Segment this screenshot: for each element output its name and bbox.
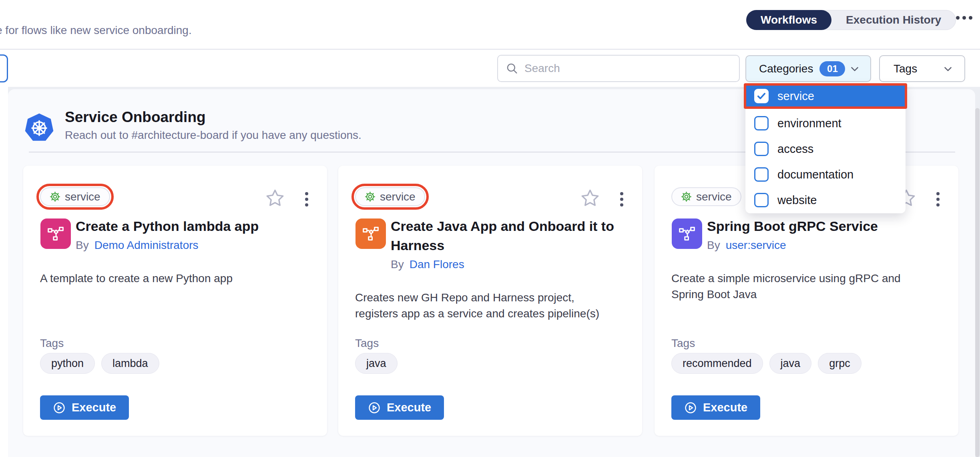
checkbox-unchecked[interactable] (754, 142, 769, 156)
gear-icon (681, 191, 692, 202)
header-divider (0, 49, 980, 50)
workflow-icon-tile (355, 218, 386, 249)
tag-pill[interactable]: java (355, 353, 398, 374)
vertical-scrollbar[interactable] (975, 108, 980, 457)
workflow-card-python-lambda: service Create a Python lambda app By De… (23, 166, 327, 436)
categories-dropdown: service environment access documentation… (745, 84, 906, 213)
option-label: access (777, 142, 813, 156)
chevron-down-icon (849, 63, 861, 75)
tag-pill-row: java (355, 353, 398, 374)
card-description: Creates new GH Repo and Harness project,… (355, 290, 603, 322)
option-label: service (777, 90, 814, 103)
tags-label: Tags (894, 62, 917, 75)
card-menu-icon[interactable] (935, 190, 941, 208)
play-circle-icon (53, 401, 66, 414)
checkbox-unchecked[interactable] (754, 116, 769, 130)
author-link[interactable]: user:service (726, 239, 786, 252)
by-label: By (707, 239, 720, 252)
author-link[interactable]: Demo Administrators (94, 239, 199, 252)
tag-pill-row: recommended java grpc (671, 353, 862, 374)
more-options-icon[interactable] (956, 16, 972, 20)
by-line: By user:service (707, 239, 947, 252)
card-menu-icon[interactable] (303, 190, 310, 208)
dropdown-option-environment[interactable]: environment (745, 110, 906, 136)
cut-off-button[interactable] (0, 54, 8, 82)
search-box (497, 55, 740, 82)
card-description: Create a simple microservice using gRPC … (671, 271, 920, 303)
dropdown-option-service[interactable]: service (745, 84, 906, 108)
gear-icon (50, 191, 60, 202)
play-circle-icon (684, 401, 697, 414)
categories-filter-button[interactable]: Categories 01 (745, 55, 871, 82)
card-title: Create a Python lambda app (76, 216, 316, 236)
tab-execution-history[interactable]: Execution History (831, 10, 956, 30)
category-chip-wrap: service (40, 187, 110, 206)
view-toggle: Workflows Execution History (746, 10, 956, 30)
tag-pill[interactable]: grpc (818, 353, 862, 374)
card-menu-icon[interactable] (619, 190, 625, 208)
categories-label: Categories (759, 62, 813, 75)
categories-count-badge: 01 (819, 61, 845, 76)
flowchart-icon (679, 225, 695, 242)
tag-pill-row: python lambda (40, 353, 159, 374)
execute-label: Execute (387, 401, 431, 414)
card-title: Spring Boot gRPC Service (707, 216, 947, 236)
card-title: Create Java App and Onboard it to Harnes… (391, 216, 631, 255)
dropdown-option-website[interactable]: website (745, 187, 906, 213)
dropdown-option-documentation[interactable]: documentation (745, 162, 906, 187)
execute-label: Execute (72, 401, 116, 414)
category-chip-label: service (696, 190, 732, 203)
by-line: By Dan Flores (391, 258, 631, 271)
tag-pill[interactable]: java (769, 353, 812, 374)
tags-section-label: Tags (355, 337, 379, 350)
workflows-page: e for flows like new service onboarding.… (0, 0, 980, 457)
section-title: Service Onboarding (65, 109, 206, 126)
gear-icon (365, 191, 376, 202)
tag-pill[interactable]: lambda (101, 353, 159, 374)
chevron-down-icon (942, 63, 954, 75)
tag-pill[interactable]: recommended (671, 353, 763, 374)
option-label: documentation (777, 168, 853, 181)
flowchart-icon (362, 225, 379, 242)
by-line: By Demo Administrators (76, 239, 316, 252)
category-chip-label: service (65, 190, 100, 203)
category-chip: service (671, 187, 741, 206)
execute-button[interactable]: Execute (355, 395, 444, 420)
category-chip-wrap: service (355, 187, 425, 206)
checkbox-unchecked[interactable] (754, 193, 769, 207)
check-icon (756, 91, 767, 101)
workflow-card-java-onboard: service Create Java App and Onboard it t… (338, 166, 642, 436)
left-gutter (0, 87, 8, 457)
execute-button[interactable]: Execute (40, 395, 129, 420)
tag-pill[interactable]: python (40, 353, 95, 374)
play-circle-icon (368, 401, 381, 414)
execute-label: Execute (703, 401, 747, 414)
favorite-star-icon[interactable] (265, 188, 285, 208)
execute-button[interactable]: Execute (671, 395, 760, 420)
card-title-block: Create a Python lambda app By Demo Admin… (76, 216, 316, 252)
tags-filter-button[interactable]: Tags (879, 55, 965, 82)
author-link[interactable]: Dan Flores (410, 258, 464, 271)
tags-section-label: Tags (40, 337, 64, 350)
kubernetes-logo-icon (25, 112, 54, 142)
page-description-fragment: e for flows like new service onboarding. (0, 24, 192, 37)
favorite-star-icon[interactable] (580, 188, 600, 208)
checkbox-checked[interactable] (754, 89, 769, 103)
category-chip-label: service (380, 190, 416, 203)
option-label: environment (777, 117, 841, 130)
section-subtitle: Reach out to #architecture-board if you … (65, 129, 361, 142)
dot (962, 16, 966, 20)
card-title-block: Create Java App and Onboard it to Harnes… (391, 216, 631, 271)
tags-section-label: Tags (671, 337, 695, 350)
checkbox-unchecked[interactable] (754, 167, 769, 182)
option-label: website (777, 194, 817, 207)
dot (969, 16, 972, 20)
flowchart-icon (47, 225, 64, 242)
by-label: By (391, 258, 404, 271)
tab-workflows[interactable]: Workflows (746, 10, 831, 30)
dropdown-option-access[interactable]: access (745, 136, 906, 162)
by-label: By (76, 239, 89, 252)
search-input[interactable] (524, 62, 732, 75)
card-title-block: Spring Boot gRPC Service By user:service (707, 216, 947, 252)
category-chip: service (40, 187, 110, 206)
